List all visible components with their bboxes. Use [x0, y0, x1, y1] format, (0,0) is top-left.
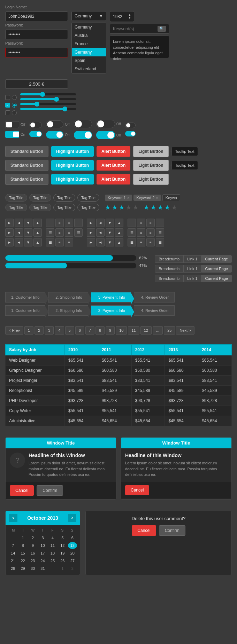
nav-down-btn[interactable]: ▼ — [106, 228, 114, 237]
page-4[interactable]: 4 — [55, 326, 64, 335]
cal-day[interactable]: 24 — [38, 557, 47, 564]
nav-right-btn[interactable]: ► — [87, 219, 95, 227]
wizard-step-customer[interactable]: 1. Customer Info — [5, 292, 45, 303]
cal-day[interactable]: 18 — [48, 550, 57, 557]
page-11[interactable]: 11 — [128, 326, 139, 335]
highlight-button-1[interactable]: Highlight Button — [51, 146, 94, 157]
slider-1[interactable] — [20, 93, 76, 95]
password-input[interactable] — [5, 30, 68, 39]
nav-up-btn[interactable]: ▲ — [33, 238, 42, 246]
cal-day[interactable]: 31 — [38, 565, 47, 572]
star[interactable]: ★ — [105, 204, 110, 211]
align-right-btn[interactable]: ≡ — [65, 228, 73, 237]
toggle-pill-4[interactable] — [74, 120, 92, 128]
align-btn[interactable]: ☰ — [128, 238, 136, 246]
align-btn[interactable]: ≡ — [137, 238, 145, 246]
cal-day[interactable]: 13 — [68, 542, 77, 549]
align-justify-btn[interactable]: ☰ — [74, 219, 83, 227]
cal-day[interactable]: 10 — [38, 542, 47, 549]
star[interactable]: ★ — [112, 204, 117, 211]
cal-day[interactable]: 8 — [18, 542, 27, 549]
cal-day[interactable]: 1 — [58, 565, 67, 572]
cal-day[interactable]: 20 — [68, 550, 77, 557]
bc-link[interactable]: Link 1 — [183, 275, 201, 282]
keyword-tag-2[interactable]: Keyword 2 × — [133, 195, 161, 201]
wizard-step-shipping[interactable]: 2. Shipping Info — [48, 305, 88, 316]
tag-8[interactable]: Tag Title — [77, 204, 99, 211]
align-left-btn[interactable]: ☰ — [46, 228, 54, 237]
search-button[interactable]: 🔍 — [158, 26, 166, 32]
alert-button-1[interactable]: Alert Button — [97, 146, 130, 157]
toggle-pill-3-on[interactable] — [46, 131, 63, 139]
radio-1[interactable] — [12, 95, 17, 100]
cal-next-button[interactable]: > — [68, 514, 76, 522]
nav-left-btn[interactable]: ◄ — [15, 238, 23, 246]
page-2[interactable]: 2 — [35, 326, 44, 335]
page-10[interactable]: 10 — [116, 326, 127, 335]
align-btn[interactable]: ≡ — [137, 228, 145, 237]
standard-button-3[interactable]: Standard Button — [5, 174, 48, 185]
bc-item[interactable]: Breadcrumb — [155, 265, 183, 273]
cal-day[interactable]: 27 — [68, 557, 77, 564]
slider-2[interactable] — [20, 98, 76, 100]
toggle-pill-5-on[interactable] — [96, 131, 115, 139]
star[interactable]: ★ — [144, 204, 149, 211]
page-5[interactable]: 5 — [65, 326, 74, 335]
cal-day[interactable]: 5 — [58, 534, 67, 541]
tag-1[interactable]: Tag Title — [5, 194, 27, 202]
wizard-step-review[interactable]: 4. Review Order — [134, 305, 175, 316]
prev-button[interactable]: < Prev — [5, 326, 23, 335]
star[interactable]: ★ — [158, 204, 163, 211]
align-btn[interactable]: ☰ — [156, 219, 164, 227]
nav-right-btn[interactable]: ► — [5, 228, 14, 237]
standard-button-2[interactable]: Standard Button — [5, 160, 48, 171]
alert-button-2[interactable]: Alert Button — [97, 160, 130, 171]
modal-1-cancel[interactable]: Cancel — [10, 485, 34, 496]
toggle-pill-2-on[interactable] — [29, 131, 42, 137]
checkbox-1[interactable] — [5, 95, 10, 100]
delete-cancel-button[interactable]: Cancel — [132, 525, 156, 536]
dropdown-item[interactable]: Switzerland — [72, 65, 106, 73]
toggle-pill-2[interactable] — [29, 122, 42, 128]
light-button-1[interactable]: Light Button — [133, 146, 168, 157]
tag-7[interactable]: Tag Title — [53, 204, 75, 211]
wizard-step-payment[interactable]: 3. Payment Info — [91, 292, 131, 303]
light-button-3[interactable]: Light Button — [133, 174, 168, 185]
cal-day[interactable]: 6 — [68, 534, 77, 541]
bc-item[interactable]: Breadcrumb — [155, 275, 183, 282]
cal-day[interactable]: 2 — [68, 565, 77, 572]
wizard-step-customer[interactable]: 1. Customer Info — [5, 305, 45, 316]
align-center-btn[interactable]: ≡ — [55, 219, 64, 227]
nav-left-btn[interactable]: ◄ — [96, 228, 105, 237]
toggle-pill-3[interactable] — [46, 120, 63, 128]
page-7[interactable]: 7 — [85, 326, 94, 335]
bc-link[interactable]: Link 1 — [183, 265, 201, 273]
align-btn[interactable]: ≡ — [137, 219, 145, 227]
align-justify-btn[interactable]: ☰ — [74, 228, 83, 237]
star[interactable]: ★ — [171, 204, 177, 211]
delete-confirm-button[interactable]: Confirm — [159, 525, 185, 536]
page-3[interactable]: 3 — [45, 326, 54, 335]
login-name-input[interactable] — [5, 11, 68, 21]
cal-day[interactable]: 26 — [58, 557, 67, 564]
highlight-button-3[interactable]: Highlight Button — [51, 174, 94, 184]
cal-day[interactable]: 15 — [18, 550, 27, 557]
nav-right-btn[interactable]: ► — [5, 219, 14, 227]
toggle-pill-labeled-off[interactable]: Off — [46, 120, 69, 128]
cal-day[interactable]: 28 — [8, 565, 17, 572]
nav-down-btn[interactable]: ▼ — [106, 238, 114, 246]
nav-up-btn[interactable]: ▲ — [115, 228, 123, 237]
nav-down-btn[interactable]: ▼ — [106, 219, 114, 227]
modal-2-cancel[interactable]: Cancel — [125, 485, 149, 495]
nav-down-btn[interactable]: ▼ — [24, 238, 32, 246]
cal-day[interactable]: 17 — [38, 550, 47, 557]
toggle-pill-6[interactable] — [125, 123, 136, 128]
tag-4[interactable]: Tag Title — [77, 194, 99, 202]
dropdown-item-selected[interactable]: Germany — [72, 48, 106, 56]
cal-day[interactable]: 19 — [58, 550, 67, 557]
toggle-pill-5[interactable] — [96, 120, 115, 128]
cal-day[interactable]: 21 — [8, 557, 17, 564]
star[interactable]: ★ — [165, 204, 170, 211]
cal-day[interactable]: 2 — [28, 534, 37, 541]
password2-input[interactable] — [5, 48, 68, 57]
